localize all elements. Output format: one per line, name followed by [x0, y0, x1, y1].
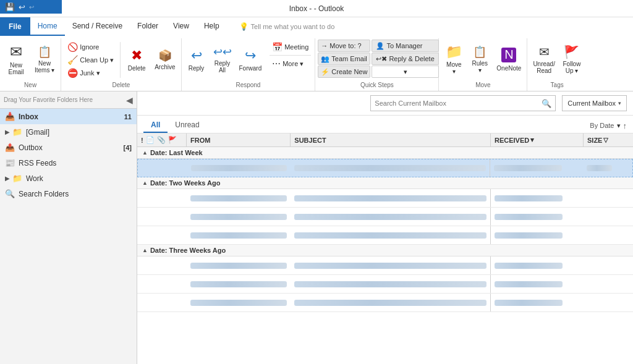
rules-button[interactable]: 📋 Rules▾: [467, 40, 492, 79]
blurred-received: [495, 214, 563, 220]
reply-delete-button[interactable]: ↩✖ Reply & Delete: [372, 53, 438, 65]
search-input[interactable]: [375, 99, 542, 107]
email-row[interactable]: [137, 226, 633, 245]
sidebar-item-work[interactable]: ▶ 📁 Work: [0, 171, 137, 186]
delete-button[interactable]: ✖ Delete: [124, 40, 149, 79]
collapse-icon-two-weeks: ▲: [142, 180, 148, 186]
team-email-button[interactable]: 👥 Team Email: [318, 53, 370, 65]
sort-label: By Date: [590, 122, 614, 129]
to-manager-button[interactable]: 👤 To Manager: [372, 40, 438, 52]
outbox-icon: 📤: [5, 143, 15, 152]
header-received[interactable]: RECEIVED ▾: [491, 133, 584, 146]
tab-folder[interactable]: Folder: [130, 17, 166, 36]
sidebar-item-search-folders[interactable]: 🔍 Search Folders: [0, 186, 137, 201]
search-box[interactable]: 🔍: [370, 95, 556, 111]
blurred-from: [190, 263, 287, 269]
header-size[interactable]: SIZE ▽: [584, 133, 633, 146]
redo-icon[interactable]: ↩: [29, 4, 34, 11]
sort-direction-button[interactable]: ↑: [623, 121, 627, 130]
flag-col-icon: 🚩: [168, 136, 177, 144]
save-icon[interactable]: 💾: [5, 2, 15, 12]
tab-home[interactable]: Home: [30, 17, 65, 36]
email-row[interactable]: [137, 208, 633, 226]
email-flags-cell: [137, 189, 187, 207]
header-from[interactable]: FROM: [187, 133, 291, 146]
more-respond-button[interactable]: ⋯ More ▾: [270, 57, 311, 70]
respond-buttons: ↩ Reply ↩↩ ReplyAll ↪ Forward 📅 Meeting: [184, 40, 313, 80]
email-row[interactable]: [137, 275, 633, 294]
undo-icon[interactable]: ↩: [19, 2, 25, 12]
reply-all-button[interactable]: ↩↩ ReplyAll: [210, 40, 235, 79]
team-email-icon: 👥: [321, 55, 329, 63]
sidebar-item-gmail[interactable]: ▶ 📁 [Gmail]: [0, 124, 137, 140]
email-row[interactable]: [137, 294, 633, 312]
drag-label: Drag Your Favorite Folders Here: [4, 96, 93, 103]
follow-up-button[interactable]: 🚩 FollowUp ▾: [559, 40, 584, 79]
tab-help[interactable]: Help: [197, 17, 227, 36]
outbox-badge: [4]: [124, 144, 132, 151]
file-tab[interactable]: File: [0, 17, 30, 36]
window-title: Inbox - - Outlook: [289, 4, 344, 13]
sort-dropdown-button[interactable]: ▾: [617, 122, 621, 130]
date-group-two-weeks[interactable]: ▲ Date: Two Weeks Ago: [137, 177, 633, 189]
sidebar-item-outbox[interactable]: 📤 Outbox [4]: [0, 140, 137, 155]
reply-button[interactable]: ↩ Reply: [184, 40, 209, 79]
divider-1: [120, 42, 121, 78]
new-items-button[interactable]: 📋 NewItems ▾: [31, 40, 58, 79]
junk-button[interactable]: ⛔ Junk ▾: [65, 67, 116, 79]
meeting-button[interactable]: 📅 Meeting: [270, 41, 311, 53]
respond-small-group: 📅 Meeting ⋯ More ▾: [268, 40, 312, 71]
ignore-button[interactable]: 🚫 Ignore: [65, 41, 116, 53]
email-received-cell: [491, 226, 584, 244]
header-flags[interactable]: ! 📄 📎 🚩: [137, 133, 187, 146]
email-from-cell: [187, 256, 291, 274]
collapse-icon-last-week: ▲: [142, 150, 148, 156]
unread-read-button[interactable]: ✉ Unread/Read: [530, 40, 558, 79]
blurred-subject: [294, 195, 486, 201]
size-filter-icon: ▽: [603, 137, 608, 143]
create-new-button[interactable]: ⚡ Create New: [318, 66, 370, 78]
tell-me-bar[interactable]: 💡 Tell me what you want to do: [239, 22, 335, 31]
sidebar-item-inbox[interactable]: 📥 Inbox 11: [0, 109, 137, 124]
new-email-button[interactable]: ✉ NewEmail: [2, 40, 30, 79]
lightbulb-icon: 💡: [239, 22, 249, 31]
forward-label: Forward: [239, 65, 262, 72]
email-row[interactable]: [137, 189, 633, 208]
ribbon-group-delete: 🚫 Ignore 🧹 Clean Up ▾ ⛔ Junk ▾ ✖ Del: [61, 38, 181, 91]
qs-scroll-btn[interactable]: ▾: [372, 66, 438, 78]
tab-send-receive[interactable]: Send / Receive: [65, 17, 130, 36]
expand-icon-gmail: ▶: [5, 129, 10, 135]
move-to-button[interactable]: → Move to: ?: [318, 40, 370, 52]
email-size-cell: [583, 159, 632, 177]
forward-button[interactable]: ↪ Forward: [236, 40, 265, 79]
delete-icon: ✖: [131, 48, 142, 64]
tab-all[interactable]: All: [143, 118, 168, 133]
sidebar-collapse-button[interactable]: ◀: [126, 95, 133, 105]
sidebar-item-rss[interactable]: 📰 RSS Feeds: [0, 155, 137, 171]
blurred-received: [495, 300, 563, 306]
tab-unread[interactable]: Unread: [168, 118, 206, 133]
blurred-from: [190, 195, 287, 201]
blurred-received: [495, 232, 563, 239]
archive-button[interactable]: 📦 Archive: [151, 40, 178, 79]
date-group-three-weeks[interactable]: ▲ Date: Three Weeks Ago: [137, 245, 633, 256]
email-subject-cell: [291, 208, 491, 226]
reply-all-icon: ↩↩: [213, 45, 232, 59]
content-toolbar: 🔍 Current Mailbox ▾: [137, 91, 633, 116]
ribbon-group-quicksteps: → Move to: ? 👥 Team Email ⚡ Create New: [315, 38, 439, 91]
email-row[interactable]: [137, 256, 633, 275]
date-group-last-week[interactable]: ▲ Date: Last Week: [137, 147, 633, 159]
header-subject[interactable]: SUBJECT: [291, 133, 491, 146]
email-size-cell: [584, 275, 633, 293]
cleanup-button[interactable]: 🧹 Clean Up ▾: [65, 54, 116, 66]
current-mailbox-button[interactable]: Current Mailbox ▾: [562, 95, 627, 111]
email-row[interactable]: [137, 159, 633, 177]
onenote-button[interactable]: N OneNote: [493, 40, 524, 79]
ribbon-group-tags: ✉ Unread/Read 🚩 FollowUp ▾ Tags: [527, 38, 587, 91]
email-flags-cell: [137, 275, 187, 293]
date-group-two-weeks-label: Date: Two Weeks Ago: [150, 179, 220, 187]
tab-view[interactable]: View: [166, 17, 197, 36]
more-icon: ⋯: [272, 59, 281, 69]
move-button[interactable]: 📁 Move▾: [441, 40, 466, 79]
search-folders-icon: 🔍: [5, 189, 15, 198]
